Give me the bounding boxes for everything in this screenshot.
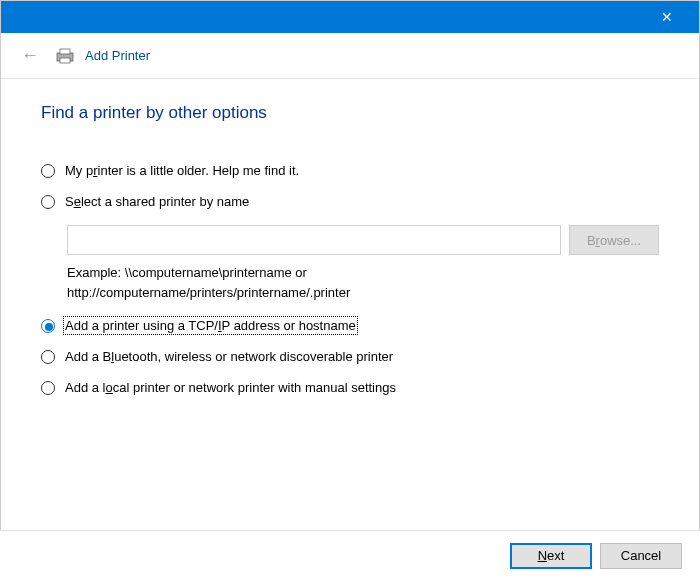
titlebar: ✕ bbox=[1, 1, 699, 33]
wizard-header: ← Add Printer bbox=[1, 33, 699, 79]
option-label: Add a printer using a TCP/IP address or … bbox=[65, 318, 356, 333]
option-shared-printer[interactable]: Select a shared printer by name bbox=[41, 194, 659, 209]
option-tcpip[interactable]: Add a printer using a TCP/IP address or … bbox=[41, 318, 659, 333]
option-older-printer[interactable]: My printer is a little older. Help me fi… bbox=[41, 163, 659, 178]
content-area: Find a printer by other options My print… bbox=[1, 79, 699, 421]
header-title: Add Printer bbox=[85, 48, 150, 63]
svg-rect-1 bbox=[60, 49, 70, 54]
browse-button[interactable]: Browse... bbox=[569, 225, 659, 255]
cancel-button[interactable]: Cancel bbox=[600, 543, 682, 569]
option-local[interactable]: Add a local printer or network printer w… bbox=[41, 380, 659, 395]
page-heading: Find a printer by other options bbox=[41, 103, 659, 123]
option-label: Select a shared printer by name bbox=[65, 194, 249, 209]
radio-icon bbox=[41, 350, 55, 364]
svg-rect-2 bbox=[60, 58, 70, 63]
option-label: Add a local printer or network printer w… bbox=[65, 380, 396, 395]
shared-printer-block: Browse... Example: \\computername\printe… bbox=[67, 225, 659, 302]
option-bluetooth[interactable]: Add a Bluetooth, wireless or network dis… bbox=[41, 349, 659, 364]
close-icon: ✕ bbox=[661, 9, 673, 25]
option-label: My printer is a little older. Help me fi… bbox=[65, 163, 299, 178]
radio-icon bbox=[41, 381, 55, 395]
wizard-footer: Next Cancel bbox=[0, 530, 700, 580]
radio-icon bbox=[41, 164, 55, 178]
shared-printer-input[interactable] bbox=[67, 225, 561, 255]
next-button[interactable]: Next bbox=[510, 543, 592, 569]
radio-icon bbox=[41, 319, 55, 333]
shared-example-text: Example: \\computername\printername or h… bbox=[67, 263, 447, 302]
printer-icon bbox=[55, 48, 75, 64]
option-label: Add a Bluetooth, wireless or network dis… bbox=[65, 349, 393, 364]
back-arrow-icon: ← bbox=[21, 45, 39, 66]
close-button[interactable]: ✕ bbox=[647, 9, 687, 25]
radio-icon bbox=[41, 195, 55, 209]
